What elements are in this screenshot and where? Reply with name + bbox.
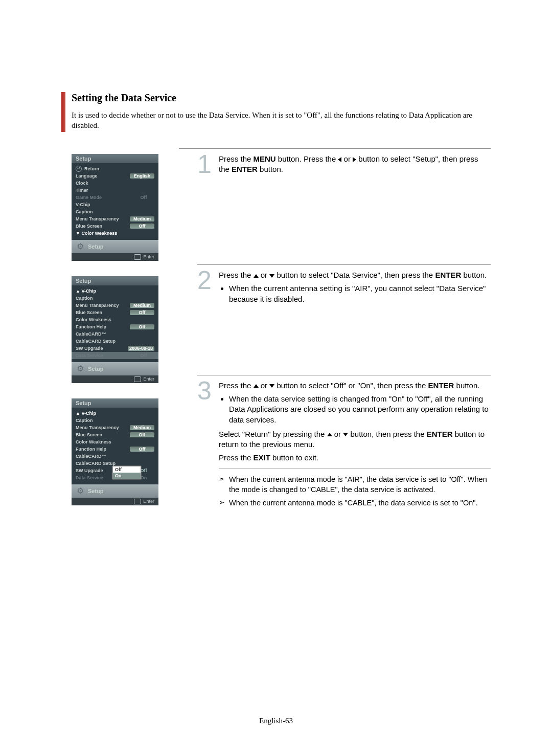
osd-row: Menu Transparency (76, 216, 119, 221)
down-arrow-icon (343, 433, 348, 436)
osd-value: Off (133, 195, 154, 200)
osd-value: Off (130, 324, 154, 329)
osd-row: ▼ Color Weakness (76, 231, 117, 236)
osd-row: ▲ V-Chip (76, 411, 96, 416)
osd-row: Function Help (76, 447, 106, 452)
instructions: 1 Press the MENU button. Press the or bu… (197, 154, 491, 532)
step-number: 1 (197, 154, 217, 178)
text: Press the (219, 154, 254, 163)
text: button. Press the (276, 154, 338, 163)
osd-return-row: ↵Return (72, 165, 158, 172)
text-bold: ENTER (232, 165, 258, 173)
divider (197, 375, 491, 375)
osd-row: ▲ V-Chip (76, 288, 96, 294)
osd-row: Blue Screen (76, 432, 102, 437)
osd-row: CableCARD™ (76, 454, 106, 459)
note-text: When the current antenna mode is "CABLE"… (229, 498, 477, 508)
osd-row: Caption (76, 209, 93, 214)
enter-icon (134, 499, 141, 504)
enter-icon (134, 254, 141, 260)
text: button. (461, 271, 487, 279)
osd-row: SW Upgrade (76, 468, 103, 473)
osd-row: CableCARD Setup (76, 339, 116, 344)
text: button to select "Off" or "On", then pre… (274, 381, 428, 390)
osd-row: Caption (76, 296, 93, 301)
osd-row: V-Chip (76, 202, 90, 207)
osd-screenshots: Setup ↵Return LanguageEnglish Clock Time… (72, 154, 179, 532)
gear-icon: ⚙ (76, 242, 85, 251)
osd-lower-label: Setup (88, 243, 104, 250)
osd-value: English (130, 173, 154, 179)
divider (197, 264, 491, 265)
osd-row: Blue Screen (76, 224, 102, 229)
note-text: When the current antenna mode is "AIR", … (229, 474, 491, 495)
text-bold: ENTER (428, 381, 454, 390)
section-accent-bar (61, 92, 65, 132)
osd-value: Off (133, 353, 154, 358)
osd-row: Language (76, 173, 98, 179)
osd-lower-label: Setup (88, 366, 104, 372)
osd-row: Caption (76, 418, 93, 423)
text: or (341, 154, 353, 163)
osd-title: Setup (72, 398, 158, 408)
text-bold: EXIT (254, 453, 270, 462)
osd-popup: Off On (112, 466, 141, 479)
text: button. (258, 165, 283, 173)
osd-row: CableCARD™ (76, 331, 106, 337)
osd-row: Game Mode (76, 195, 102, 200)
osd-row: CableCARD Setup (76, 461, 116, 466)
text: or (332, 430, 343, 438)
osd-row: SW Upgrade (76, 346, 103, 351)
step-bullet: When the data service setting is changed… (229, 394, 491, 425)
osd-value: Off (130, 447, 154, 452)
step-number: 2 (197, 270, 217, 308)
gear-icon: ⚙ (76, 364, 85, 373)
text: Press the (219, 381, 254, 390)
osd-enter-label: Enter (143, 254, 154, 259)
osd-enter-label: Enter (143, 499, 154, 504)
osd-row: Data Service (76, 353, 103, 358)
osd-value: Medium (130, 216, 154, 221)
text: button, then press the (348, 430, 426, 438)
section-intro: It is used to decide whether or not to u… (72, 110, 491, 131)
text: Press the (219, 271, 254, 279)
osd-row: Blue Screen (76, 310, 102, 315)
step-bullet: When the current antenna setting is "AIR… (229, 283, 491, 304)
note-bullet-icon: ➣ (219, 498, 226, 508)
osd-title: Setup (72, 154, 158, 163)
osd-title: Setup (72, 276, 158, 285)
text-bold: ENTER (427, 430, 453, 438)
osd-row: Color Weakness (76, 439, 111, 444)
up-arrow-icon (327, 433, 332, 436)
osd-panel-3: Setup ▲ V-Chip Caption Menu Transparency… (72, 398, 158, 505)
step-number: 3 (197, 381, 217, 512)
osd-value: Off (130, 432, 154, 437)
osd-value: Medium (130, 425, 154, 430)
text-bold: ENTER (435, 271, 461, 279)
enter-icon (134, 376, 141, 382)
osd-value: Off (130, 310, 154, 315)
osd-popup-option: On (113, 473, 141, 479)
up-arrow-icon (254, 384, 259, 388)
text: or (259, 271, 270, 279)
osd-value: Medium (130, 303, 154, 308)
osd-row: Menu Transparency (76, 303, 119, 308)
notes: ➣When the current antenna mode is "AIR",… (219, 469, 491, 508)
step-2: 2 Press the or button to select "Data Se… (197, 270, 491, 308)
text-bold: MENU (254, 154, 276, 163)
text: Press the (219, 453, 254, 462)
step-3: 3 Press the or button to select "Off" or… (197, 381, 491, 512)
text: Select "Return" by pressing the (219, 430, 327, 438)
osd-panel-2: Setup ▲ V-Chip Caption Menu Transparency… (72, 276, 158, 383)
note-bullet-icon: ➣ (219, 474, 226, 495)
osd-row: Clock (76, 181, 88, 186)
text: button to exit. (270, 453, 318, 462)
osd-panel-1: Setup ↵Return LanguageEnglish Clock Time… (72, 154, 158, 261)
section-title: Setting the Data Service (72, 92, 491, 104)
text: button to select "Data Service", then pr… (274, 271, 435, 279)
osd-row: Menu Transparency (76, 425, 119, 430)
osd-value: 2006-08-18 (128, 346, 154, 351)
divider (219, 469, 491, 469)
osd-value: Off (130, 224, 154, 229)
up-arrow-icon (254, 274, 259, 278)
